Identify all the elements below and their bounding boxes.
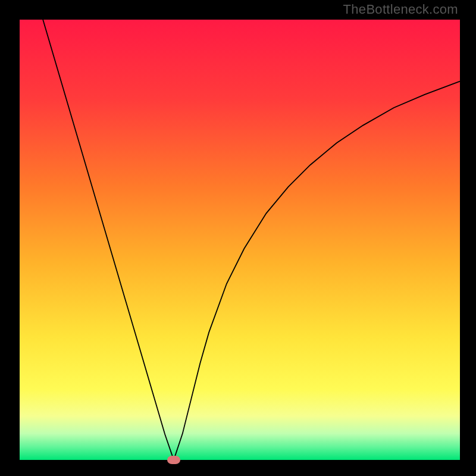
- minimum-marker: [167, 456, 180, 464]
- plot-area: [20, 20, 460, 460]
- chart-container: TheBottleneck.com: [0, 0, 476, 476]
- watermark-text: TheBottleneck.com: [343, 2, 458, 17]
- bottleneck-curve: [20, 0, 460, 460]
- curve-layer: [20, 20, 460, 460]
